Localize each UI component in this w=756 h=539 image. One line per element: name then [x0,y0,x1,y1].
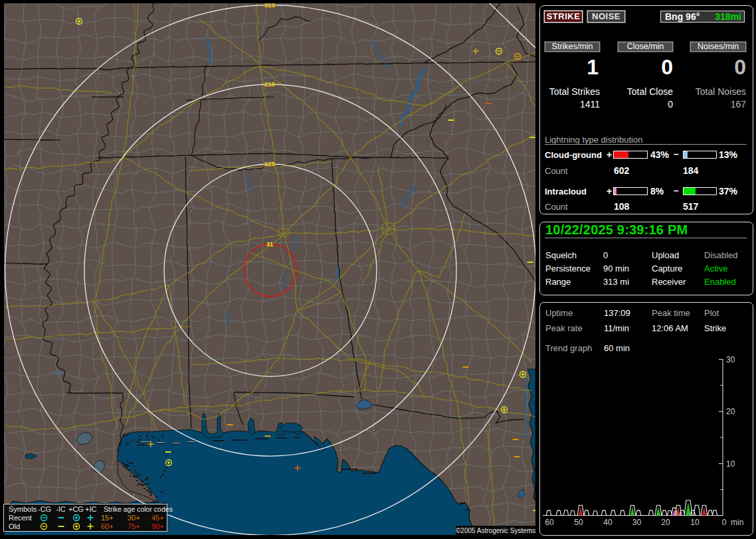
svg-text:0: 0 [722,518,727,527]
svg-text:10: 10 [690,518,700,527]
svg-text:30: 30 [726,355,735,364]
svg-text:50: 50 [574,518,583,527]
svg-text:20: 20 [726,407,735,416]
svg-text:20: 20 [661,518,670,527]
svg-text:10: 10 [726,459,735,469]
svg-text:min: min [731,518,743,527]
svg-text:30: 30 [632,518,642,527]
svg-text:60: 60 [545,518,554,527]
svg-text:40: 40 [603,518,613,527]
